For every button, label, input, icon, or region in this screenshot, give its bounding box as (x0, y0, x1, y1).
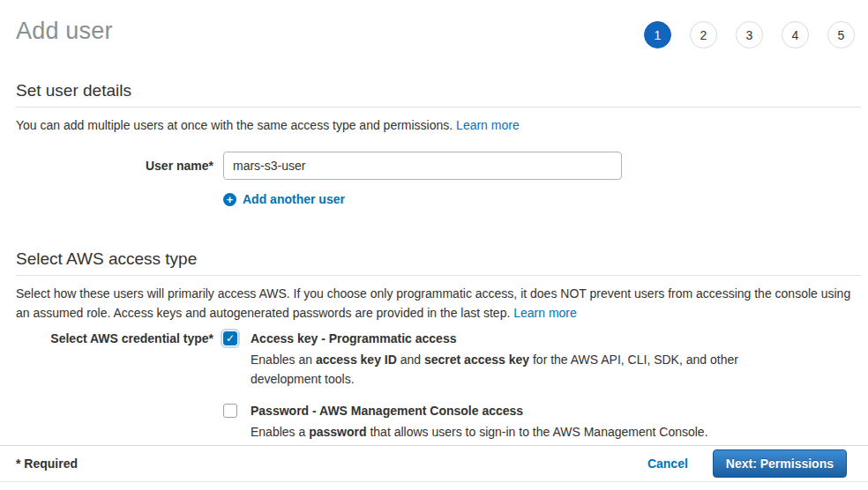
select-access-type-section: Select AWS access type Select how these … (0, 249, 868, 442)
set-user-details-section: Set user details You can add multiple us… (0, 81, 868, 206)
footer-actions: Cancel Next: Permissions (647, 449, 847, 478)
add-another-user-label: Add another user (243, 192, 345, 206)
access-key-option: ✓ Access key - Programmatic access Enabl… (223, 330, 745, 389)
access-type-intro-text: Select how these users will primarily ac… (16, 286, 850, 320)
required-note: * Required (16, 457, 78, 471)
username-label: User name* (16, 152, 223, 206)
next-permissions-button[interactable]: Next: Permissions (713, 449, 847, 478)
password-option-body: Password - AWS Management Console access… (251, 403, 708, 442)
add-user-page: Add user 1 2 3 4 5 Set user details You … (0, 0, 868, 490)
page-header: Add user 1 2 3 4 5 (0, 0, 868, 62)
add-another-user-link[interactable]: + Add another user (223, 192, 345, 206)
access-type-intro: Select how these users will primarily ac… (16, 284, 861, 323)
plus-icon: + (223, 193, 236, 206)
password-checkbox[interactable] (223, 404, 237, 418)
user-details-intro-text: You can add multiple users at once with … (16, 118, 453, 132)
check-icon: ✓ (226, 333, 235, 344)
learn-more-link-user-details[interactable]: Learn more (456, 118, 520, 132)
access-key-option-title: Access key - Programmatic access (251, 330, 745, 347)
user-details-intro: You can add multiple users at once with … (16, 115, 861, 135)
access-key-option-body: Access key - Programmatic access Enables… (251, 330, 745, 389)
wizard-step-1: 1 (644, 21, 671, 48)
cancel-button[interactable]: Cancel (647, 457, 688, 471)
credential-type-label: Select AWS credential type* (16, 330, 223, 442)
username-control: + Add another user (223, 152, 861, 206)
learn-more-link-access-type[interactable]: Learn more (513, 306, 577, 320)
credential-options: ✓ Access key - Programmatic access Enabl… (223, 330, 745, 442)
access-key-checkbox[interactable]: ✓ (223, 331, 237, 345)
wizard-step-2: 2 (690, 21, 717, 48)
password-option: Password - AWS Management Console access… (223, 403, 745, 442)
access-key-option-desc: Enables an access key ID and secret acce… (251, 350, 745, 389)
credential-type-row: Select AWS credential type* ✓ Access key… (16, 330, 861, 442)
username-row: User name* + Add another user (16, 152, 861, 206)
wizard-step-5: 5 (827, 21, 855, 48)
wizard-step-3: 3 (736, 21, 763, 48)
set-user-details-heading: Set user details (16, 81, 861, 108)
password-option-desc: Enables a password that allows users to … (251, 422, 708, 442)
wizard-steps: 1 2 3 4 5 (644, 21, 855, 48)
username-input[interactable] (223, 152, 622, 180)
wizard-footer: * Required Cancel Next: Permissions (0, 445, 868, 482)
password-option-title: Password - AWS Management Console access (251, 403, 708, 419)
wizard-step-4: 4 (782, 21, 809, 48)
select-access-type-heading: Select AWS access type (16, 249, 861, 276)
